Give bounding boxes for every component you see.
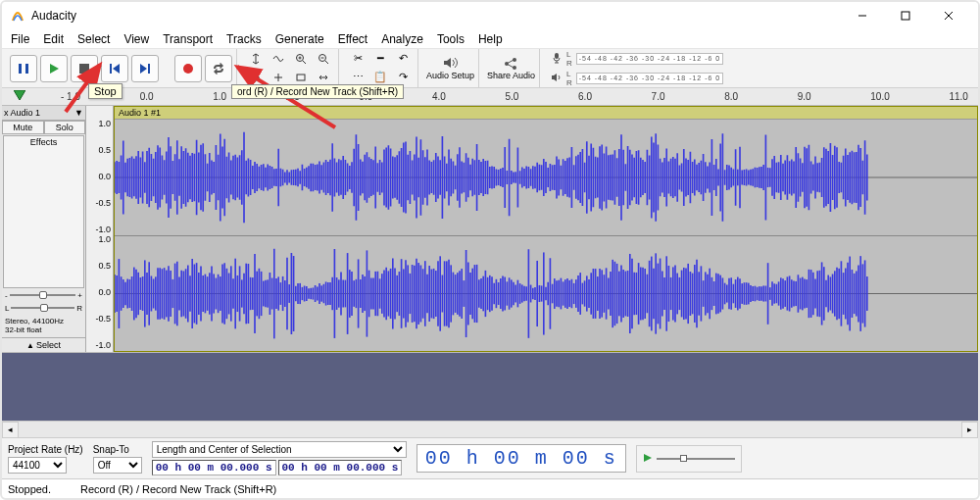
track-name[interactable]: Audio 1 — [11, 108, 74, 118]
selection-mode-select[interactable]: Length and Center of Selection — [152, 441, 407, 458]
paste-icon[interactable]: 📋 — [369, 69, 391, 85]
menu-view[interactable]: View — [117, 30, 156, 48]
mic-icon[interactable] — [551, 52, 563, 66]
svg-rect-20 — [297, 75, 305, 80]
svg-rect-8 — [110, 64, 112, 74]
svg-line-14 — [303, 61, 306, 64]
svg-rect-1 — [902, 12, 909, 20]
waveform-display[interactable]: Audio 1 #1 — [114, 106, 978, 352]
status-hint: Record (R) / Record New Track (Shift+R) — [80, 483, 276, 495]
menu-tools[interactable]: Tools — [430, 30, 471, 48]
titlebar: Audacity — [2, 2, 978, 29]
play-button[interactable] — [40, 55, 68, 82]
record-meter[interactable]: -54 -48 -42 -36 -30 -24 -18 -12 -6 0 — [576, 53, 724, 65]
channel-right — [115, 235, 977, 351]
toolbar: ✂ ━ ↶ ⋯ 📋 ↷ Audio Setup Share Audio — [2, 49, 978, 88]
svg-point-21 — [505, 62, 509, 66]
track-select-button[interactable]: ▲Select — [2, 337, 85, 352]
menu-transport[interactable]: Transport — [156, 30, 220, 48]
svg-marker-9 — [113, 64, 120, 74]
selection-tool[interactable] — [245, 50, 267, 67]
track-control-panel: x Audio 1 ▼ Mute Solo Effects - + L R St… — [2, 106, 86, 352]
horizontal-scrollbar[interactable]: ◂ ▸ — [2, 421, 978, 437]
edit-tools-group — [241, 49, 339, 87]
svg-rect-5 — [25, 64, 28, 74]
snap-to-select[interactable]: Off — [93, 457, 142, 474]
window-title: Audacity — [31, 9, 841, 23]
svg-point-23 — [513, 66, 516, 70]
fit-selection-icon[interactable] — [290, 69, 312, 85]
app-window: Audacity FileEditSelectViewTransportTrac… — [0, 0, 980, 500]
timeline-ruler[interactable]: - 1.00.01.02.03.04.05.06.07.08.09.010.01… — [2, 88, 978, 106]
playback-meter[interactable]: -54 -48 -42 -36 -30 -24 -18 -12 -6 0 — [576, 73, 724, 84]
track-menu-button[interactable]: ▼ — [74, 108, 83, 118]
trim-icon[interactable]: ✂ — [347, 50, 368, 67]
scroll-right-button[interactable]: ▸ — [961, 422, 978, 438]
stop-button[interactable] — [71, 55, 98, 82]
track-format-info: Stereo, 44100Hz 32-bit float — [2, 315, 85, 337]
zoom-out-icon[interactable] — [313, 50, 334, 67]
project-rate-select[interactable]: 44100 — [8, 457, 67, 474]
gain-slider[interactable]: - + — [2, 289, 85, 302]
clip-name[interactable]: Audio 1 #1 — [115, 107, 977, 120]
speaker-icon — [443, 56, 459, 70]
position-time-display[interactable]: 00 h 00 m 00 s — [416, 444, 626, 473]
redo-icon[interactable]: ↷ — [392, 69, 414, 85]
zoom-in-icon[interactable] — [290, 50, 312, 67]
scroll-left-button[interactable]: ◂ — [2, 422, 19, 438]
pan-slider[interactable]: L R — [2, 302, 85, 315]
share-audio-button[interactable]: Share Audio — [487, 56, 535, 80]
skip-end-button[interactable] — [131, 55, 159, 82]
share-audio-group: Share Audio — [483, 49, 540, 87]
minimize-button[interactable] — [841, 2, 884, 29]
undo-icon[interactable]: ↶ — [392, 50, 414, 67]
cut-icon[interactable]: ⋯ — [347, 69, 368, 85]
menu-edit[interactable]: Edit — [36, 30, 71, 48]
svg-rect-7 — [79, 64, 89, 74]
menu-select[interactable]: Select — [71, 30, 117, 48]
draw-tool[interactable] — [245, 69, 267, 85]
solo-button[interactable]: Solo — [44, 121, 86, 134]
track-close-button[interactable]: x — [4, 108, 9, 118]
ruler-tick: 7.0 — [652, 91, 665, 102]
menu-analyze[interactable]: Analyze — [374, 30, 430, 48]
empty-track-area[interactable] — [2, 353, 978, 421]
status-bar: Stopped. Record (R) / Record New Track (… — [2, 478, 978, 498]
selection-time-1[interactable]: 00 h 00 m 00.000 s — [152, 460, 276, 475]
menu-help[interactable]: Help — [471, 30, 510, 48]
loop-button[interactable] — [205, 55, 232, 82]
ruler-tick: 4.0 — [432, 91, 446, 102]
menu-tracks[interactable]: Tracks — [220, 30, 269, 48]
audio-setup-label: Audio Setup — [426, 71, 474, 80]
svg-marker-728 — [644, 454, 652, 462]
selection-time-2[interactable]: 00 h 00 m 00.000 s — [278, 460, 403, 475]
scroll-track[interactable] — [19, 422, 961, 438]
maximize-button[interactable] — [884, 2, 927, 29]
project-rate-label: Project Rate (Hz) — [8, 444, 83, 455]
transport-group — [6, 49, 237, 87]
channel-left — [115, 120, 977, 235]
record-button[interactable] — [174, 55, 202, 82]
svg-line-18 — [325, 61, 328, 64]
audio-setup-button[interactable]: Audio Setup — [426, 56, 474, 80]
play-at-speed-button[interactable] — [643, 453, 653, 465]
menu-generate[interactable]: Generate — [269, 30, 331, 48]
ruler-tick: 11.0 — [949, 91, 967, 102]
skip-start-button[interactable] — [101, 55, 128, 82]
pause-button[interactable] — [10, 55, 37, 82]
silence-icon[interactable]: ━ — [369, 50, 391, 67]
close-button[interactable] — [927, 2, 970, 29]
speaker-icon[interactable] — [551, 72, 563, 85]
menu-effect[interactable]: Effect — [331, 30, 374, 48]
multi-tool[interactable] — [268, 69, 289, 85]
menu-file[interactable]: File — [4, 30, 36, 48]
effects-button[interactable]: Effects — [3, 135, 84, 288]
ruler-tick: 0.0 — [140, 91, 154, 102]
envelope-tool[interactable] — [268, 50, 289, 67]
svg-point-12 — [183, 64, 193, 74]
playhead-marker[interactable] — [14, 90, 25, 104]
mute-button[interactable]: Mute — [2, 121, 44, 134]
fit-project-icon[interactable] — [313, 69, 334, 85]
snap-to-label: Snap-To — [93, 444, 142, 455]
playback-speed-slider[interactable] — [657, 458, 735, 460]
